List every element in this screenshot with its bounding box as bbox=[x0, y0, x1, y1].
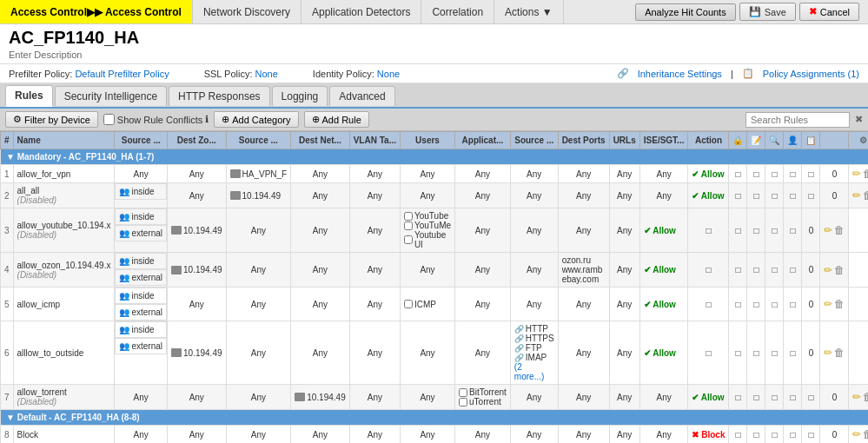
policy-assignments-icon: 📋 bbox=[742, 68, 754, 79]
delete-icon[interactable]: 🗑 bbox=[863, 189, 868, 202]
show-conflicts-checkbox[interactable] bbox=[103, 114, 115, 125]
table-row: 1allow_for_vpnAnyAnyHA_VPN_FAnyAnyAnyAny… bbox=[1, 165, 869, 183]
identity-policy: Identity Policy: None bbox=[313, 69, 400, 79]
col-users[interactable]: Users bbox=[400, 132, 454, 149]
ssl-policy: SSL Policy: None bbox=[204, 69, 278, 79]
delete-icon[interactable]: 🗑 bbox=[834, 347, 845, 359]
save-icon: 💾 bbox=[749, 6, 761, 17]
table-row: 2all_all (Disabled)👥insideAny10.194.49An… bbox=[1, 183, 869, 208]
col-source-net[interactable]: Source ... bbox=[226, 132, 291, 149]
edit-icon[interactable]: ✏ bbox=[824, 298, 832, 310]
inheritance-icon: 🔗 bbox=[617, 68, 629, 79]
table-row: 6alllow_to_outside👥inside👥external10.194… bbox=[1, 321, 869, 385]
col-name[interactable]: Name bbox=[13, 132, 115, 149]
col-action[interactable]: Action bbox=[688, 132, 729, 149]
col-count bbox=[820, 132, 849, 149]
page-description: Enter Description bbox=[9, 50, 859, 60]
tab-rules[interactable]: Rules bbox=[5, 85, 53, 107]
rules-toolbar: ⚙ Filter by Device Show Rule Conflicts ℹ… bbox=[0, 109, 868, 131]
delete-icon[interactable]: 🗑 bbox=[834, 264, 845, 276]
col-source-zone[interactable]: Source ... bbox=[115, 132, 168, 149]
nav-actions[interactable]: Actions ▼ bbox=[494, 0, 564, 23]
col-icons-4: 👤 bbox=[784, 132, 802, 149]
delete-icon[interactable]: 🗑 bbox=[863, 428, 868, 440]
col-dst-port[interactable]: Dest Ports bbox=[558, 132, 609, 149]
col-icons-2: 📝 bbox=[747, 132, 765, 149]
edit-icon[interactable]: ✏ bbox=[824, 347, 832, 359]
policy-bar: Prefilter Policy: Default Prefilter Poli… bbox=[0, 64, 868, 83]
col-urls[interactable]: URLs bbox=[609, 132, 639, 149]
edit-icon[interactable]: ✏ bbox=[852, 168, 861, 180]
add-rule-button[interactable]: ⊕ Add Rule bbox=[304, 111, 369, 128]
cancel-button[interactable]: ✖ Cancel bbox=[799, 3, 859, 21]
col-ise[interactable]: ISE/SGT... bbox=[639, 132, 688, 149]
rules-table: # Name Source ... Dest Zo... Source ... … bbox=[0, 131, 868, 443]
edit-icon[interactable]: ✏ bbox=[852, 428, 861, 440]
delete-icon[interactable]: 🗑 bbox=[834, 298, 845, 310]
filter-icon: ⚙ bbox=[13, 114, 22, 125]
inheritance-settings-link[interactable]: Inheritance Settings bbox=[638, 69, 722, 79]
col-icons-5: 📋 bbox=[802, 132, 820, 149]
top-navigation: Access Control ▶ ▶ Access Control Networ… bbox=[0, 0, 868, 24]
search-rules-input[interactable] bbox=[745, 112, 850, 128]
analyze-hit-counts-button[interactable]: Analyze Hit Counts bbox=[635, 3, 736, 21]
page-title: AC_FP1140_HA bbox=[9, 28, 859, 48]
prefilter-policy-link[interactable]: Default Prefilter Policy bbox=[75, 69, 169, 79]
col-dest-net[interactable]: Dest Net... bbox=[291, 132, 350, 149]
col-vlan[interactable]: VLAN Ta... bbox=[349, 132, 400, 149]
tab-security-intelligence[interactable]: Security Intelligence bbox=[55, 86, 167, 106]
add-rule-icon: ⊕ bbox=[312, 114, 320, 125]
col-icons-1: 🔒 bbox=[729, 132, 747, 149]
edit-icon[interactable]: ✏ bbox=[852, 391, 861, 403]
add-category-button[interactable]: ⊕ Add Category bbox=[214, 111, 298, 128]
save-button[interactable]: 💾 Save bbox=[739, 3, 796, 21]
filter-by-device-button[interactable]: ⚙ Filter by Device bbox=[5, 111, 98, 128]
tab-advanced[interactable]: Advanced bbox=[329, 86, 394, 106]
edit-icon[interactable]: ✏ bbox=[852, 189, 861, 202]
table-row: 7allow_torrent (Disabled)AnyAnyAny10.194… bbox=[1, 385, 869, 410]
col-icons-3: 🔍 bbox=[765, 132, 784, 149]
table-row: 3allow_youtube_10.194.x (Disabled)👥insid… bbox=[1, 208, 869, 253]
table-row: 5allow_icmp👥inside👥externalAnyAnyAnyAnyI… bbox=[1, 288, 869, 321]
nav-correlation[interactable]: Correlation bbox=[421, 0, 494, 23]
nav-network-discovery[interactable]: Network Discovery bbox=[193, 0, 301, 23]
show-conflicts-checkbox-label[interactable]: Show Rule Conflicts ℹ bbox=[103, 114, 209, 125]
conflict-info-icon: ℹ bbox=[205, 114, 209, 125]
delete-icon[interactable]: 🗑 bbox=[834, 224, 845, 236]
delete-icon[interactable]: 🗑 bbox=[863, 391, 868, 403]
delete-icon[interactable]: 🗑 bbox=[863, 168, 868, 180]
search-clear-icon[interactable]: ✖ bbox=[855, 114, 863, 125]
table-row: 8BlockAnyAnyAnyAnyAnyAnyAnyAnyAnyAnyAny✖… bbox=[1, 426, 869, 444]
edit-icon[interactable]: ✏ bbox=[824, 264, 832, 276]
edit-icon[interactable]: ✏ bbox=[824, 224, 832, 236]
section-header-mandatory[interactable]: ▼ Mandatory - AC_FP1140_HA (1-7) bbox=[1, 149, 869, 165]
rules-table-container: # Name Source ... Dest Zo... Source ... … bbox=[0, 131, 868, 443]
cancel-icon: ✖ bbox=[809, 6, 817, 17]
section-header-default[interactable]: ▼ Default - AC_FP1140_HA (8-8) bbox=[1, 410, 869, 426]
col-src-port[interactable]: Source ... bbox=[510, 132, 558, 149]
page-header: AC_FP1140_HA Enter Description bbox=[0, 24, 868, 64]
ssl-policy-link[interactable]: None bbox=[255, 69, 278, 79]
tab-logging[interactable]: Logging bbox=[272, 86, 328, 106]
nav-access-control-breadcrumb[interactable]: Access Control ▶ ▶ Access Control bbox=[0, 0, 193, 23]
col-app[interactable]: Applicat... bbox=[455, 132, 511, 149]
identity-policy-link[interactable]: None bbox=[377, 69, 400, 79]
table-row: 4allow_ozon_10.194.49.x (Disabled)👥insid… bbox=[1, 253, 869, 288]
prefilter-policy: Prefilter Policy: Default Prefilter Poli… bbox=[9, 69, 169, 79]
nav-application-detectors[interactable]: Application Detectors bbox=[301, 0, 421, 23]
tab-http-responses[interactable]: HTTP Responses bbox=[169, 86, 269, 106]
policy-assignments-link[interactable]: Policy Assignments (1) bbox=[763, 69, 859, 79]
col-dest-zone[interactable]: Dest Zo... bbox=[168, 132, 227, 149]
col-num: # bbox=[1, 132, 14, 149]
policy-right-actions: 🔗 Inheritance Settings | 📋 Policy Assign… bbox=[617, 68, 859, 79]
add-category-icon: ⊕ bbox=[222, 114, 229, 125]
tab-bar: Rules Security Intelligence HTTP Respons… bbox=[0, 83, 868, 109]
col-gear[interactable]: ⚙ bbox=[849, 132, 868, 149]
